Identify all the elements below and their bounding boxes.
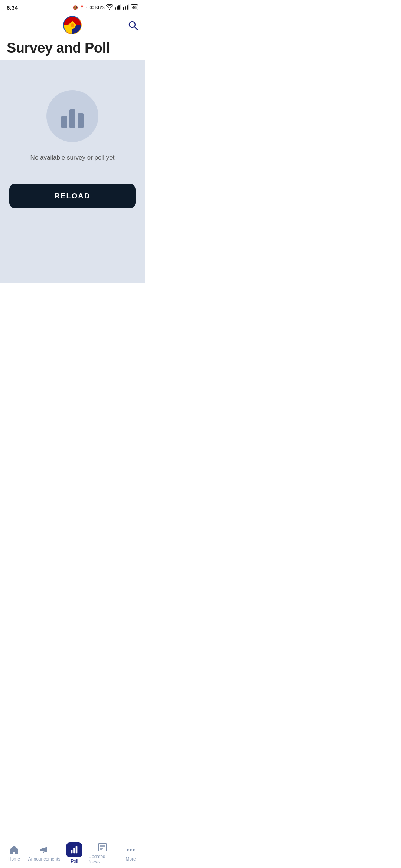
app-logo: [63, 16, 82, 34]
svg-rect-3: [120, 4, 121, 10]
signal-icon-1: [114, 4, 121, 10]
poll-bar-1: [61, 116, 67, 128]
svg-rect-6: [127, 5, 128, 10]
svg-point-15: [129, 22, 135, 27]
location-icon: 📍: [79, 5, 85, 10]
reload-button[interactable]: RELOAD: [9, 184, 136, 208]
app-header: [0, 13, 145, 37]
status-time: 6:34: [7, 4, 18, 11]
empty-state-icon: [46, 90, 98, 142]
status-icons: 🔕 📍 6.00 KB/S: [73, 4, 138, 10]
page-title: Survey and Poll: [7, 40, 138, 56]
main-content: No available survey or poll yet RELOAD: [0, 60, 145, 283]
signal-icon-2: [123, 4, 129, 10]
page-title-area: Survey and Poll: [0, 37, 145, 60]
status-bar: 6:34 🔕 📍 6.00 KB/S: [0, 0, 145, 13]
svg-point-14: [75, 24, 76, 26]
empty-state-message: No available survey or poll yet: [30, 154, 115, 161]
wifi-icon: [106, 4, 113, 10]
poll-bar-2: [69, 109, 75, 128]
mute-icon: 🔕: [73, 5, 78, 10]
white-gap: [0, 283, 145, 313]
svg-point-10: [71, 23, 74, 27]
svg-rect-4: [123, 7, 124, 10]
search-button[interactable]: [128, 20, 138, 30]
svg-line-16: [135, 27, 138, 30]
svg-rect-0: [115, 7, 116, 10]
svg-rect-7: [128, 4, 129, 10]
poll-bar-3: [78, 113, 84, 128]
svg-rect-1: [117, 6, 118, 10]
svg-point-13: [68, 24, 70, 26]
poll-bars-icon: [61, 104, 84, 128]
svg-point-11: [72, 21, 73, 23]
svg-rect-2: [118, 5, 120, 10]
svg-point-12: [72, 28, 73, 29]
battery-level: 46: [131, 4, 138, 10]
svg-rect-5: [125, 6, 126, 10]
network-speed: 6.00 KB/S: [86, 5, 105, 10]
